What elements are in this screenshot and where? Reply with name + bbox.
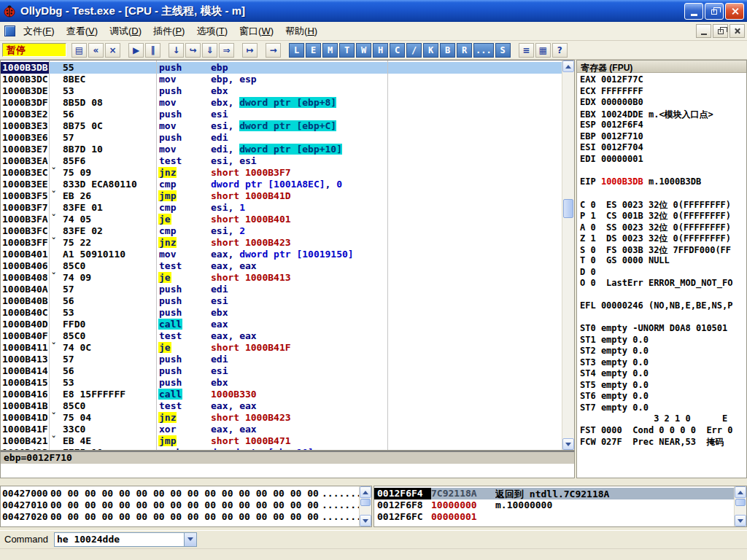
disasm-row[interactable]: 1000B3EA85F6testesi, esi: [1, 155, 562, 167]
register-line[interactable]: ESI 0012F704: [577, 142, 746, 154]
scroll-up-button[interactable]: [735, 486, 746, 498]
restart-button[interactable]: «: [88, 43, 104, 58]
register-line[interactable]: EBX 10024DDE m.<模块入口点>: [577, 109, 746, 120]
patches-window-button[interactable]: /: [406, 43, 422, 58]
scrollbar-thumb[interactable]: [735, 499, 746, 506]
disasm-row[interactable]: 1000B3DB55pushebp: [1, 62, 562, 74]
disasm-row[interactable]: 1000B3E657pushedi: [1, 132, 562, 144]
stack-scrollbar[interactable]: [734, 486, 746, 526]
disasm-row[interactable]: 1000B416E8 15FFFFFFcall1000B330: [1, 389, 562, 400]
register-line[interactable]: T 0 GS 0000 NULL: [577, 255, 746, 267]
register-line[interactable]: FCW 027F Prec NEAR,53 掩码: [577, 436, 746, 448]
mdi-close-button[interactable]: [729, 24, 745, 38]
options-button[interactable]: ≡: [519, 43, 534, 58]
register-line[interactable]: O 0 LastErr ERROR_MOD_NOT_FO: [577, 278, 746, 289]
close-program-button[interactable]: ×: [105, 43, 120, 58]
disasm-row[interactable]: 1000B3E256pushesi: [1, 109, 562, 120]
memory-window-button[interactable]: M: [322, 43, 338, 58]
register-line[interactable]: A 0 SS 0023 32位 0(FFFFFFFF): [577, 222, 746, 233]
register-line[interactable]: EDI 00000001: [577, 154, 746, 166]
disasm-row[interactable]: 1000B3E78B7D 10movedi, dword ptr [ebp+10…: [1, 144, 562, 155]
register-line[interactable]: FST 0000 Cond 0 0 0 0 Err 0: [577, 425, 746, 437]
register-line[interactable]: 3 2 1 0 E: [577, 413, 746, 425]
disasm-row[interactable]: 1000B3DC8BECmovebp, esp: [1, 74, 562, 85]
log-window-button[interactable]: L: [289, 43, 304, 58]
open-file-button[interactable]: ▤: [71, 43, 87, 58]
disasm-row[interactable]: 1000B41456pushesi: [1, 365, 562, 377]
register-line[interactable]: [577, 187, 746, 199]
minimize-button[interactable]: [684, 3, 703, 20]
execute-till-return-button[interactable]: ↦: [242, 43, 258, 58]
stack-row[interactable]: 0012F6F47C92118A返回到 ntdll.7C92118A: [374, 488, 734, 499]
disasm-row[interactable]: 1000B41553pushebx: [1, 377, 562, 389]
register-line[interactable]: [577, 165, 746, 176]
disasm-row[interactable]: 1000B40F85C0testeax, eax: [1, 330, 562, 342]
register-line[interactable]: EFL 00000246 (NO,NB,E,BE,NS,P: [577, 300, 746, 312]
stack-row[interactable]: 0012F6F810000000m.10000000: [374, 499, 734, 511]
scroll-up-button[interactable]: [360, 486, 371, 498]
register-line[interactable]: ST7 empty 0.0: [577, 402, 746, 414]
register-line[interactable]: ECX FFFFFFFF: [577, 86, 746, 98]
cpu-window-button[interactable]: C: [390, 43, 405, 58]
disasm-row[interactable]: 1000B3FC83FE 02cmpesi, 2: [1, 225, 562, 237]
call-stack-window-button[interactable]: K: [423, 43, 438, 58]
register-line[interactable]: ST5 empty 0.0: [577, 380, 746, 392]
disasm-row[interactable]: 1000B40DFFD0calleax: [1, 319, 562, 330]
disasm-row[interactable]: 1000B3ECˇ75 09jnzshort 1000B3F7: [1, 167, 562, 179]
executables-window-button[interactable]: E: [306, 43, 321, 58]
disasm-row[interactable]: 1000B3F5ˇEB 26jmpshort 1000B41D: [1, 190, 562, 202]
menu-item[interactable]: 窗口(W): [233, 23, 279, 40]
register-line[interactable]: EIP 1000B3DB m.1000B3DB: [577, 176, 746, 188]
disasm-row[interactable]: 1000B40B56pushesi: [1, 295, 562, 307]
disasm-row[interactable]: 1000B408ˇ74 09jeshort 1000B413: [1, 272, 562, 284]
disasm-row[interactable]: 1000B3FFˇ75 22jnzshort 1000B423: [1, 237, 562, 249]
register-line[interactable]: D 0: [577, 267, 746, 279]
disasm-row[interactable]: 1000B3EE833D ECA80110cmpdword ptr [1001A…: [1, 179, 562, 190]
register-line[interactable]: EAX 0012F77C: [577, 74, 746, 86]
source-window-button[interactable]: S: [495, 43, 511, 58]
register-line[interactable]: [577, 312, 746, 324]
register-line[interactable]: ST4 empty 0.0: [577, 368, 746, 380]
register-line[interactable]: P 1 CS 001B 32位 0(FFFFFFFF): [577, 210, 746, 222]
disasm-row[interactable]: 1000B3DF8B5D 08movebx, dword ptr [ebp+8]: [1, 97, 562, 109]
disasm-row[interactable]: 1000B411ˇ74 0Cjeshort 1000B41F: [1, 342, 562, 354]
register-line[interactable]: [577, 289, 746, 301]
disasm-row[interactable]: 1000B40C53pushebx: [1, 307, 562, 319]
scroll-down-button[interactable]: [562, 438, 574, 450]
register-line[interactable]: S 0 FS 003B 32位 7FFDF000(FF: [577, 244, 746, 256]
dump-row[interactable]: 0042702000 00 00 00 00 00 00 00 00 00 00…: [1, 511, 359, 523]
register-line[interactable]: ST1 empty 0.0: [577, 335, 746, 346]
register-line[interactable]: ST3 empty 0.0: [577, 357, 746, 369]
menu-item[interactable]: 调试(D): [104, 23, 147, 40]
disasm-row[interactable]: 1000B41357pushedi: [1, 354, 562, 365]
disasm-row[interactable]: 1000B41Dˇ75 04jnzshort 1000B423: [1, 412, 562, 424]
register-line[interactable]: EDX 000000B0: [577, 97, 746, 109]
disasm-row[interactable]: 1000B41F33C0xoreax, eax: [1, 424, 562, 435]
menu-item[interactable]: 文件(F): [18, 23, 61, 40]
register-line[interactable]: ST6 empty 0.0: [577, 391, 746, 402]
command-dropdown-button[interactable]: [184, 533, 196, 546]
menu-item[interactable]: 查看(V): [61, 23, 104, 40]
disasm-row[interactable]: 1000B401A1 50910110moveax, dword ptr [10…: [1, 249, 562, 260]
disasm-row[interactable]: 1000B3FAˇ74 05jeshort 1000B401: [1, 214, 562, 225]
dump-scrollbar[interactable]: [359, 486, 371, 526]
register-line[interactable]: ESP 0012F6F4: [577, 120, 746, 131]
scroll-down-button[interactable]: [360, 515, 371, 526]
goto-eip-button[interactable]: →: [266, 43, 281, 58]
close-button[interactable]: [725, 3, 744, 20]
scrollbar-thumb[interactable]: [563, 199, 573, 218]
pause-button[interactable]: ‖: [145, 43, 160, 58]
register-line[interactable]: ST2 empty 0.0: [577, 346, 746, 357]
menu-item[interactable]: 选项(T): [190, 23, 233, 40]
stack-row[interactable]: 0012F6FC00000001: [374, 511, 734, 523]
scrollbar-thumb[interactable]: [360, 499, 371, 506]
disasm-row[interactable]: 1000B40685C0testeax, eax: [1, 260, 562, 272]
mdi-restore-button[interactable]: [713, 24, 728, 38]
restore-button[interactable]: [705, 3, 724, 20]
register-line[interactable]: Z 1 DS 0023 32位 0(FFFFFFFF): [577, 233, 746, 244]
references-window-button[interactable]: R: [457, 43, 472, 58]
help-button[interactable]: ?: [552, 43, 568, 58]
dump-row[interactable]: 0042700000 00 00 00 00 00 00 00 00 00 00…: [1, 488, 359, 499]
disasm-row[interactable]: 1000B40A57pushedi: [1, 284, 562, 295]
appearance-button[interactable]: ▦: [535, 43, 551, 58]
